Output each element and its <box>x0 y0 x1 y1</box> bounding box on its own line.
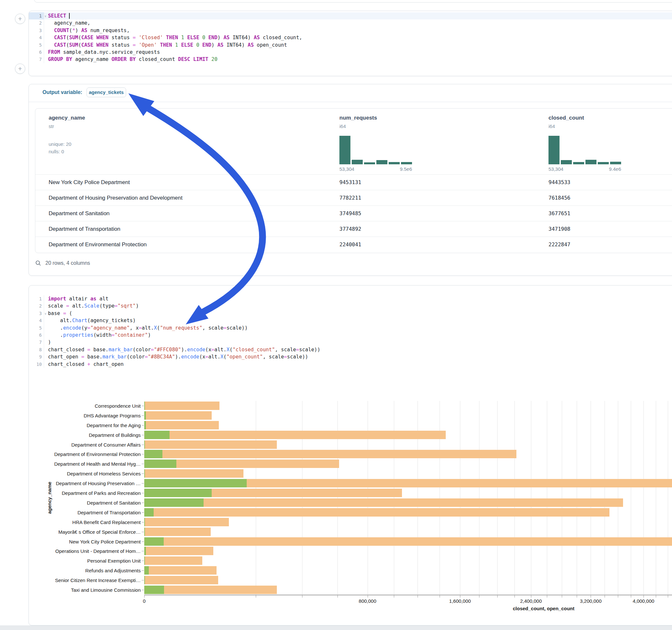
code-line[interactable]: 5 CAST(SUM(CASE WHEN status = 'Open' THE… <box>29 42 672 49</box>
column-histogram <box>549 136 621 164</box>
histogram-bar <box>401 162 412 164</box>
cell-value: 3677651 <box>549 206 570 221</box>
column-name[interactable]: closed_count <box>549 115 584 121</box>
output-variable-chip[interactable]: agency_tickets <box>87 88 126 97</box>
line-number: 4 <box>29 317 44 324</box>
code-text: alt.Chart(agency_tickets) <box>44 317 672 324</box>
line-number: 1 <box>29 295 44 302</box>
table-row: Department of Environmental Protection22… <box>35 237 672 252</box>
code-line[interactable]: 4 alt.Chart(agency_tickets) <box>29 317 672 324</box>
code-line[interactable]: 9chart_open = base.mark_bar(color="#8BC3… <box>29 353 672 360</box>
histogram-bar <box>598 162 609 164</box>
cell-value: 7618456 <box>549 190 570 206</box>
column-header-closed_count[interactable]: closed_counti6453,3049.4e6 <box>549 108 584 129</box>
code-text: import altair as alt <box>44 295 672 302</box>
search-icon[interactable] <box>35 260 42 266</box>
column-histogram <box>339 136 412 164</box>
code-line[interactable]: 3∨base = ( <box>29 310 672 317</box>
cell-agency-name: Department of Sanitation <box>49 206 110 221</box>
cell-value: 3471908 <box>549 221 570 237</box>
add-cell-button-middle[interactable]: + <box>15 64 25 74</box>
code-line[interactable]: 7) <box>29 339 672 346</box>
column-stat: nulls: 0 <box>49 149 85 154</box>
code-line[interactable]: 2scale = alt.Scale(type="sqrt") <box>29 302 672 310</box>
code-line[interactable]: 6 .properties(width="container") <box>29 332 672 339</box>
line-number: 2 <box>29 302 44 310</box>
code-line[interactable]: 8chart_closed = base.mark_bar(color="#FF… <box>29 346 672 353</box>
histogram-range-labels: 53,3049.4e6 <box>549 166 621 172</box>
sql-output-cell: Output variable: agency_tickets agency_n… <box>28 84 672 276</box>
histogram-bar <box>585 160 597 164</box>
cell-value: 2222847 <box>549 237 570 252</box>
table-row: Department of Sanitation37494853677651 <box>35 205 672 221</box>
histogram-bar <box>561 160 572 164</box>
page-bottom-strip <box>0 626 672 630</box>
code-line[interactable]: 10chart_closed + chart_open <box>29 361 672 368</box>
table-row: New York City Police Department945313194… <box>35 174 672 190</box>
line-number: 5 <box>29 42 44 49</box>
histogram-bar <box>339 136 351 164</box>
code-line[interactable]: 4 CAST(SUM(CASE WHEN status = 'Closed' T… <box>29 34 672 41</box>
column-header-agency_name[interactable]: agency_namestrunique: 20nulls: 0 <box>49 108 85 154</box>
line-number: 3∨ <box>29 310 44 317</box>
text-cursor <box>69 13 70 19</box>
python-cell: 1import altair as alt2scale = alt.Scale(… <box>28 285 672 626</box>
code-line[interactable]: 5 .encode(y="agency_name", x=alt.X("num_… <box>29 324 672 332</box>
collapse-chevron-icon[interactable]: ∨ <box>45 310 46 317</box>
column-name[interactable]: num_requests <box>339 115 377 121</box>
output-variable-label: Output variable: <box>43 90 82 95</box>
code-text: CAST(SUM(CASE WHEN status = 'Open' THEN … <box>44 42 672 49</box>
code-text: .properties(width="container") <box>44 332 672 339</box>
code-line[interactable]: 6FROM sample_data.nyc.service_requests <box>29 49 672 56</box>
histogram-bar <box>376 160 387 164</box>
python-code-editor[interactable]: 1import altair as alt2scale = alt.Scale(… <box>29 286 672 368</box>
code-text: FROM sample_data.nyc.service_requests <box>44 49 672 56</box>
cell-value: 9443533 <box>549 175 570 190</box>
code-text: CAST(SUM(CASE WHEN status = 'Closed' THE… <box>44 34 672 41</box>
line-number: 3 <box>29 27 44 34</box>
column-type: i64 <box>549 123 584 129</box>
add-cell-button-top[interactable]: + <box>15 14 25 24</box>
line-number: 6 <box>29 49 44 56</box>
cell-value: 3749485 <box>339 206 361 221</box>
histogram-range-labels: 53,3049.5e6 <box>339 166 412 172</box>
code-text: agency_name, <box>44 20 672 27</box>
code-text: chart_closed + chart_open <box>44 361 672 368</box>
line-number: 4 <box>29 34 44 41</box>
code-line[interactable]: 1import altair as alt <box>29 295 672 302</box>
code-text: GROUP BY agency_name ORDER BY closed_cou… <box>44 56 672 63</box>
histogram-bar <box>389 162 400 164</box>
column-type: str <box>49 123 85 129</box>
sql-code-editor[interactable]: 1∨SELECT 2 agency_name,3 COUNT(*) AS num… <box>29 11 672 63</box>
code-text: base = ( <box>44 310 672 317</box>
code-line[interactable]: 2 agency_name, <box>29 20 672 27</box>
column-name[interactable]: agency_name <box>49 115 85 121</box>
column-header-num_requests[interactable]: num_requestsi6453,3049.5e6 <box>339 108 377 129</box>
code-line[interactable]: 7GROUP BY agency_name ORDER BY closed_co… <box>29 56 672 63</box>
code-line[interactable]: 1∨SELECT <box>29 12 672 20</box>
table-row: Department of Housing Preservation and D… <box>35 190 672 206</box>
histogram-bar <box>610 162 621 164</box>
collapse-chevron-icon[interactable]: ∨ <box>45 13 46 20</box>
code-text: SELECT <box>44 12 672 20</box>
column-stat: unique: 20 <box>49 141 85 147</box>
code-line[interactable]: 3 COUNT(*) AS num_requests, <box>29 27 672 34</box>
results-table: agency_namestrunique: 20nulls: 0num_requ… <box>35 108 672 253</box>
sql-cell: 1∨SELECT 2 agency_name,3 COUNT(*) AS num… <box>28 11 672 76</box>
table-row: Department of Transportation377489234719… <box>35 221 672 237</box>
results-table-footer: 20 rows, 4 columns <box>35 257 90 269</box>
column-type: i64 <box>339 123 377 129</box>
histogram-bar <box>549 136 559 164</box>
line-number: 10 <box>29 361 44 368</box>
output-variable-bar: Output variable: agency_tickets <box>29 84 672 102</box>
code-text: chart_closed = base.mark_bar(color="#FFC… <box>44 346 672 353</box>
histogram-bar <box>352 160 363 164</box>
notebook-page: + + 1∨SELECT 2 agency_name,3 COUNT(*) AS… <box>0 0 672 630</box>
code-text: COUNT(*) AS num_requests, <box>44 27 672 34</box>
line-number: 5 <box>29 324 44 332</box>
previous-cell-fragment <box>34 0 672 3</box>
cell-value: 2240041 <box>339 237 361 252</box>
line-number: 7 <box>29 339 44 346</box>
line-number: 2 <box>29 20 44 27</box>
line-number: 8 <box>29 346 44 353</box>
